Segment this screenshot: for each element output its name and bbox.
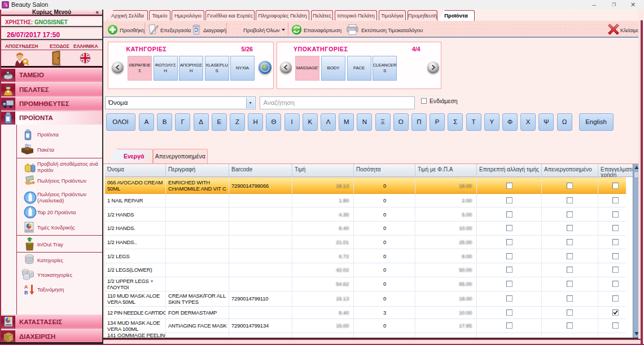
svg-text:B: B: [24, 290, 28, 295]
svg-text:A: A: [24, 284, 28, 290]
